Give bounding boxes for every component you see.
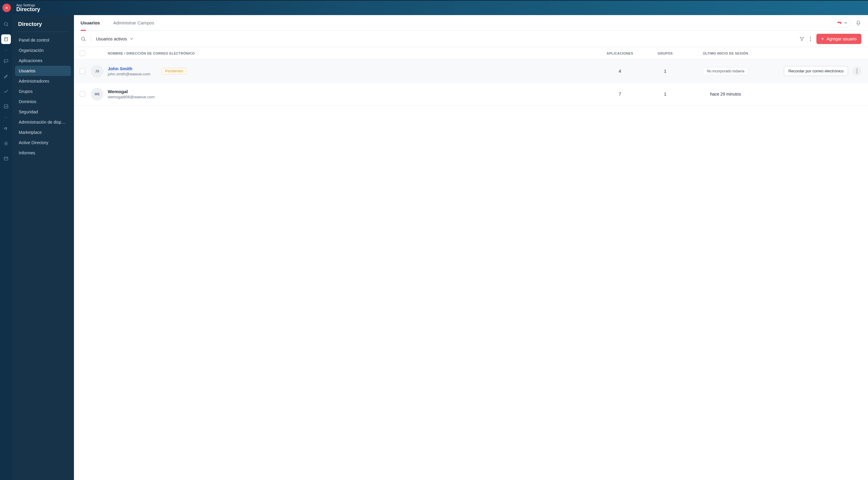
- sidebar-item[interactable]: Organización: [15, 45, 71, 56]
- last-login: hace 29 minutos: [686, 92, 765, 97]
- notifications-button[interactable]: [855, 20, 861, 26]
- activity-icon: [837, 21, 842, 25]
- apps-count: 7: [596, 91, 644, 97]
- toolbar: Usuarios activos + Agregar usuario: [74, 31, 868, 47]
- users-table: NOMBRE / DIRECCIÓN DE CORREO ELECTRÓNICO…: [74, 47, 868, 106]
- sidebar-item[interactable]: Administradores: [15, 76, 71, 86]
- sidebar-item[interactable]: Panel de control: [15, 35, 71, 45]
- svg-point-0: [4, 22, 7, 26]
- onboarding-status: No incorporado todavía: [703, 67, 748, 75]
- add-user-label: Agregar usuario: [826, 36, 857, 41]
- groups-count: 1: [644, 68, 686, 74]
- tab[interactable]: Administrar Campos: [113, 15, 154, 30]
- user-name[interactable]: John Smith: [108, 66, 150, 71]
- select-all-checkbox[interactable]: [80, 50, 85, 56]
- tab[interactable]: Usuarios: [81, 15, 100, 30]
- sidebar-item[interactable]: Active Directory: [15, 137, 71, 148]
- app-header: App Settings Directory: [0, 0, 868, 15]
- rail-separator: [4, 50, 7, 50]
- icon-rail: [0, 15, 12, 480]
- search-button[interactable]: [81, 36, 86, 42]
- close-button[interactable]: [2, 4, 11, 12]
- tabs-bar: UsuariosAdministrar Campos: [74, 15, 868, 31]
- apps-count: 4: [596, 68, 644, 74]
- kebab-icon: [857, 69, 858, 73]
- col-name: NOMBRE / DIRECCIÓN DE CORREO ELECTRÓNICO: [108, 52, 596, 55]
- plus-icon: +: [821, 36, 824, 41]
- rail-chart-icon[interactable]: [1, 102, 11, 111]
- table-header-row: NOMBRE / DIRECCIÓN DE CORREO ELECTRÓNICO…: [74, 47, 868, 60]
- sidebar-title: Directory: [12, 21, 74, 32]
- svg-rect-4: [4, 157, 8, 161]
- col-last-login: ÚLTIMO INICIO DE SESIÓN: [686, 52, 765, 55]
- col-groups: GRUPOS: [644, 52, 686, 55]
- avatar: JS: [91, 65, 103, 77]
- activity-dropdown[interactable]: [834, 19, 850, 28]
- sidebar-item[interactable]: Seguridad: [15, 107, 71, 117]
- main-content: UsuariosAdministrar Campos: [74, 15, 868, 480]
- sidebar-item[interactable]: Administración de dispositivos: [15, 117, 71, 127]
- chevron-down-icon: [130, 38, 133, 40]
- status-filter-dropdown[interactable]: Usuarios activos: [96, 36, 133, 41]
- search-icon: [81, 36, 86, 42]
- rail-separator: [4, 117, 7, 117]
- pending-badge: Pendientes: [162, 68, 187, 74]
- rail-search-icon[interactable]: [1, 19, 11, 29]
- sidebar-item[interactable]: Informes: [15, 148, 71, 158]
- svg-point-5: [82, 37, 85, 40]
- sidebar-item[interactable]: Usuarios: [15, 66, 71, 76]
- rail-announcement-icon[interactable]: [1, 124, 11, 133]
- chevron-down-icon: [844, 22, 847, 24]
- remind-email-button[interactable]: Recordar por correo electrónico: [784, 66, 848, 76]
- table-row: WEWemogalwemogal806@wawue.com71hace 29 m…: [74, 82, 868, 106]
- table-row: JSJohn Smithjohn.smith@wawue.comPendient…: [74, 60, 868, 82]
- kebab-icon: [810, 36, 811, 41]
- avatar: WE: [91, 88, 103, 100]
- rail-pencil-icon[interactable]: [1, 71, 11, 81]
- rail-directory-icon[interactable]: [1, 34, 11, 44]
- groups-count: 1: [644, 91, 686, 97]
- row-menu-button[interactable]: [852, 67, 861, 76]
- add-user-button[interactable]: + Agregar usuario: [816, 34, 861, 44]
- more-options-button[interactable]: [810, 36, 811, 41]
- sidebar-item[interactable]: Grupos: [15, 86, 71, 97]
- col-apps: APLICACIONES: [596, 52, 644, 55]
- header-title: Directory: [16, 6, 40, 13]
- user-email: wemogal806@wawue.com: [108, 95, 155, 99]
- svg-point-3: [5, 143, 7, 144]
- row-checkbox[interactable]: [80, 68, 85, 74]
- sidebar-separator: [18, 32, 68, 32]
- sidebar: Directory Panel de controlOrganizaciónAp…: [12, 15, 74, 480]
- header-subtitle: App Settings: [16, 3, 40, 7]
- rail-check-icon[interactable]: [1, 87, 11, 96]
- user-email: john.smith@wawue.com: [108, 72, 150, 76]
- rail-apps-icon[interactable]: [1, 154, 11, 163]
- sidebar-item[interactable]: Aplicaciones: [15, 56, 71, 66]
- status-filter-label: Usuarios activos: [96, 36, 127, 41]
- filter-button[interactable]: [799, 36, 805, 42]
- rail-settings-icon[interactable]: [1, 139, 11, 148]
- user-name: Wemogal: [108, 89, 155, 94]
- funnel-icon: [799, 36, 805, 42]
- sidebar-item[interactable]: Marketplace: [15, 127, 71, 137]
- close-icon: [4, 6, 9, 10]
- sidebar-item[interactable]: Dominios: [15, 97, 71, 107]
- row-checkbox[interactable]: [80, 91, 85, 97]
- rail-chat-icon[interactable]: [1, 57, 11, 66]
- bell-icon: [855, 20, 861, 26]
